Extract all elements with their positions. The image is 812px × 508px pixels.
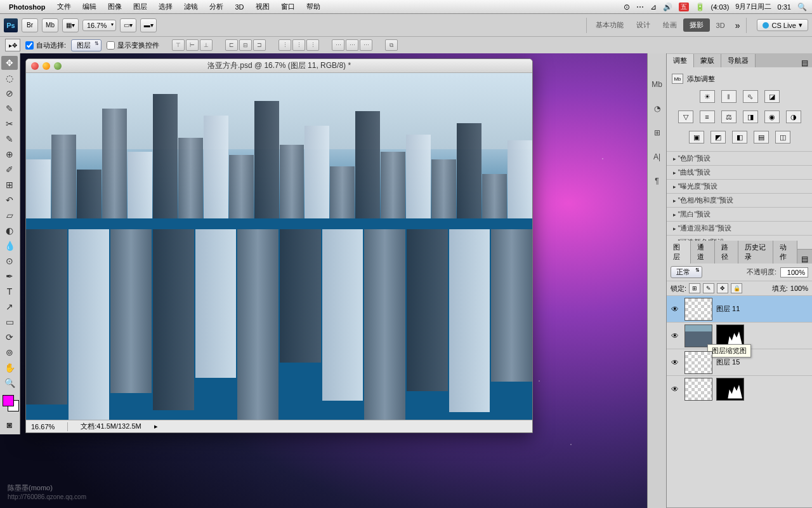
menu-edit[interactable]: 编辑 — [77, 2, 102, 11]
ws-more-icon[interactable]: » — [731, 20, 744, 30]
healing-tool[interactable]: ⊕ — [1, 147, 18, 161]
move-tool-preset-icon[interactable]: ▸✥ — [5, 39, 20, 51]
clone-dock-icon[interactable]: ⊞ — [650, 127, 664, 138]
tab-masks[interactable]: 蒙版 — [694, 54, 721, 67]
dodge-tool[interactable]: ⊙ — [1, 254, 18, 268]
arrange-button[interactable]: ▦▾ — [62, 18, 79, 32]
tab-adjustments[interactable]: 调整 — [667, 54, 694, 67]
hand-tool[interactable]: ✋ — [1, 361, 18, 375]
brush-tool[interactable]: ✐ — [1, 163, 18, 177]
app-name[interactable]: Photoshop — [9, 3, 45, 11]
battery-icon[interactable]: 🔋 — [695, 3, 705, 11]
preset-mixer[interactable]: "通道混和器"预设 — [667, 221, 812, 235]
quick-mask-tool[interactable]: ◙ — [1, 418, 18, 432]
spotlight-icon[interactable]: 🔍 — [797, 3, 807, 11]
bridge-button[interactable]: Br — [22, 18, 38, 32]
lasso-tool[interactable]: ⊘ — [1, 86, 18, 100]
dist-bottom-icon[interactable]: ⋮ — [306, 39, 319, 51]
auto-align-icon[interactable]: ⧉ — [385, 39, 398, 51]
visibility-icon[interactable]: 👁 — [669, 358, 681, 367]
show-transform-checkbox[interactable]: 显示变换控件 — [107, 41, 159, 50]
ws-design[interactable]: 设计 — [630, 18, 657, 32]
invert-icon[interactable]: ▣ — [689, 131, 704, 144]
sync-icon[interactable]: ⊙ — [624, 3, 630, 11]
fill-input[interactable]: 100% — [790, 284, 808, 292]
dist-vcenter-icon[interactable]: ⋮ — [292, 39, 305, 51]
3d-camera-tool[interactable]: ⊚ — [1, 345, 18, 359]
tab-actions[interactable]: 动作 — [773, 241, 797, 264]
crop-tool[interactable]: ✂ — [1, 117, 18, 131]
quick-select-tool[interactable]: ✎ — [1, 102, 18, 116]
tab-paths[interactable]: 路径 — [715, 241, 739, 264]
zoom-window-icon[interactable] — [54, 62, 62, 70]
dist-hcenter-icon[interactable]: ⋯ — [346, 39, 358, 51]
time-text[interactable]: 0:31 — [778, 3, 791, 11]
screen-mode-button[interactable]: ▭▾ — [120, 18, 136, 32]
visibility-icon[interactable]: 👁 — [669, 305, 681, 314]
pen-tool[interactable]: ✒ — [1, 269, 18, 283]
lock-pixels-icon[interactable]: ✎ — [703, 283, 714, 293]
status-zoom[interactable]: 16.67% — [31, 423, 55, 431]
lock-all-icon[interactable]: 🔒 — [731, 283, 742, 293]
exposure-icon[interactable]: ◪ — [764, 90, 780, 103]
foreground-color[interactable] — [3, 395, 14, 406]
auto-select-target[interactable]: 图层 — [71, 39, 102, 51]
tab-navigator[interactable]: 导航器 — [721, 54, 756, 67]
status-size[interactable]: 文档:41.5M/132.5M — [81, 422, 141, 431]
mixer-icon[interactable]: ◑ — [786, 110, 801, 123]
layer-row[interactable]: 👁 — [667, 375, 812, 402]
dist-top-icon[interactable]: ⋮ — [278, 39, 291, 51]
layer-thumb[interactable] — [684, 351, 712, 374]
menu-help[interactable]: 帮助 — [301, 2, 326, 11]
vibrance-icon[interactable]: ▽ — [678, 110, 693, 123]
bw-icon[interactable]: ◨ — [743, 110, 758, 123]
shape-tool[interactable]: ▭ — [1, 315, 18, 329]
menu-file[interactable]: 文件 — [51, 2, 77, 11]
layer-thumb[interactable] — [684, 378, 712, 401]
menu-3d[interactable]: 3D — [229, 3, 249, 11]
levels-icon[interactable]: ⫴ — [721, 90, 737, 103]
tab-history[interactable]: 历史记录 — [738, 241, 773, 264]
posterize-icon[interactable]: ◩ — [710, 131, 726, 144]
layer-row[interactable]: 👁 图层 11 — [667, 295, 812, 322]
history-brush-tool[interactable]: ↶ — [1, 193, 18, 207]
tab-channels[interactable]: 通道 — [691, 241, 715, 264]
zoom-tool[interactable]: 🔍 — [1, 376, 18, 390]
character-dock-icon[interactable]: A| — [650, 151, 664, 163]
preset-exposure[interactable]: "曝光度"预设 — [667, 179, 812, 193]
layer-row[interactable]: 👁 图层缩览图 — [667, 322, 812, 349]
dist-left-icon[interactable]: ⋯ — [332, 39, 344, 51]
ws-essentials[interactable]: 基本功能 — [589, 18, 630, 32]
zoom-select[interactable]: 16.7% — [82, 20, 116, 31]
3d-tool[interactable]: ⟳ — [1, 330, 18, 344]
menu-layer[interactable]: 图层 — [128, 2, 153, 11]
menu-window[interactable]: 窗口 — [275, 2, 301, 11]
hue-icon[interactable]: ≡ — [700, 110, 715, 123]
wifi-icon[interactable]: ⊿ — [650, 3, 657, 11]
align-hcenter-icon[interactable]: ⊟ — [239, 39, 252, 51]
eyedropper-tool[interactable]: ✎ — [1, 132, 18, 146]
layers-menu-icon[interactable]: ▤ — [797, 255, 812, 264]
auto-select-checkbox[interactable]: 自动选择: — [25, 41, 66, 50]
dots-icon[interactable]: ⋯ — [636, 3, 644, 11]
move-tool[interactable]: ✥ — [1, 56, 18, 70]
align-top-icon[interactable]: ⊤ — [172, 39, 185, 51]
preset-bw[interactable]: "黑白"预设 — [667, 207, 812, 221]
paragraph-dock-icon[interactable]: ¶ — [650, 175, 664, 187]
threshold-icon[interactable]: ◧ — [732, 131, 747, 144]
brightness-icon[interactable]: ☀ — [700, 90, 715, 103]
lock-pos-icon[interactable]: ✥ — [717, 283, 728, 293]
doc-titlebar[interactable]: 洛亚方舟.psd @ 16.7% (图层 11, RGB/8) * — [26, 59, 532, 73]
menu-view[interactable]: 视图 — [250, 2, 275, 11]
extras-button[interactable]: ▬▾ — [140, 18, 157, 32]
canvas[interactable] — [26, 73, 532, 420]
tab-layers[interactable]: 图层 — [667, 241, 691, 264]
blend-mode-select[interactable]: 正常 — [671, 266, 702, 278]
blur-tool[interactable]: 💧 — [1, 239, 18, 253]
preset-curves[interactable]: "曲线"预设 — [667, 165, 812, 179]
date-text[interactable]: 9月7日周二 — [735, 2, 771, 11]
dist-right-icon[interactable]: ⋯ — [360, 39, 372, 51]
align-vcenter-icon[interactable]: ⊢ — [186, 39, 199, 51]
ws-3d[interactable]: 3D — [710, 20, 731, 31]
panel-menu-icon[interactable]: ▤ — [797, 58, 812, 67]
